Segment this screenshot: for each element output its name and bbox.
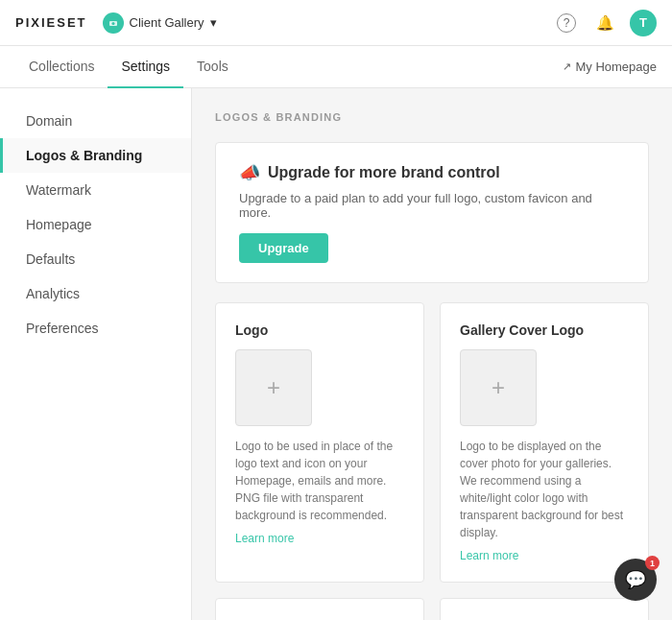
tab-tools[interactable]: Tools (183, 46, 242, 88)
upgrade-banner-description: Upgrade to a paid plan to add your full … (239, 191, 625, 220)
plus-icon: + (267, 374, 280, 401)
notifications-button[interactable]: 🔔 (591, 10, 618, 36)
client-gallery-label: Client Gallery (130, 15, 204, 30)
upgrade-button[interactable]: Upgrade (239, 233, 328, 263)
sidebar: Domain Logos & Branding Watermark Homepa… (0, 88, 192, 620)
help-button[interactable]: ? (553, 10, 580, 36)
chat-badge: 1 (645, 556, 660, 570)
megaphone-icon: 📣 (239, 162, 260, 183)
logo: PIXIESET (15, 15, 87, 30)
gallery-cover-logo-upload-box[interactable]: + (460, 349, 537, 426)
sidebar-item-defaults[interactable]: Defaults (0, 242, 191, 276)
logo-card-description: Logo to be used in place of the logo tex… (235, 438, 404, 524)
chat-icon: 💬 (625, 569, 646, 590)
section-title: LOGOS & BRANDING (215, 111, 649, 123)
logo-learn-more[interactable]: Learn more (235, 532, 294, 545)
upgrade-banner-title: 📣 Upgrade for more brand control (239, 162, 625, 183)
tab-settings[interactable]: Settings (108, 46, 183, 88)
avatar[interactable]: T (630, 10, 657, 36)
client-gallery-dot (103, 12, 124, 34)
external-link-icon: ↗ (563, 60, 571, 73)
logo-card-title: Logo (235, 322, 404, 338)
client-gallery-button[interactable]: Client Gallery ▾ (103, 12, 217, 34)
gallery-cover-learn-more[interactable]: Learn more (460, 549, 518, 562)
logo-card: Logo + Logo to be used in place of the l… (215, 302, 424, 583)
sidebar-item-watermark[interactable]: Watermark (0, 173, 191, 207)
gallery-cover-logo-title: Gallery Cover Logo (460, 322, 629, 338)
nav-tabs-left: Collections Settings Tools (15, 46, 242, 88)
camera-icon (107, 16, 120, 30)
tab-collections[interactable]: Collections (15, 46, 108, 88)
chevron-down-icon: ▾ (210, 15, 217, 30)
plus-icon: + (492, 374, 505, 401)
top-bar-right: ? 🔔 T (553, 10, 657, 36)
sidebar-item-domain[interactable]: Domain (0, 104, 191, 138)
gallery-cover-logo-description: Logo to be displayed on the cover photo … (460, 438, 629, 541)
bell-icon: 🔔 (596, 14, 614, 32)
content-area: LOGOS & BRANDING 📣 Upgrade for more bran… (192, 88, 672, 620)
my-homepage-link[interactable]: ↗ My Homepage (563, 60, 657, 74)
top-bar-left: PIXIESET Client Gallery ▾ (15, 12, 217, 34)
main-layout: Domain Logos & Branding Watermark Homepa… (0, 88, 672, 620)
top-bar: PIXIESET Client Gallery ▾ ? 🔔 T (0, 0, 672, 46)
nav-tabs: Collections Settings Tools ↗ My Homepage (0, 46, 672, 88)
svg-point-2 (111, 22, 114, 25)
logo-grid: Logo + Logo to be used in place of the l… (215, 302, 649, 620)
sidebar-item-homepage[interactable]: Homepage (0, 207, 191, 242)
upgrade-banner: 📣 Upgrade for more brand control Upgrade… (215, 142, 649, 283)
logo-upload-box[interactable]: + (235, 349, 312, 426)
gallery-cover-logo-card: Gallery Cover Logo + Logo to be displaye… (440, 302, 649, 583)
custom-favicon-card: Custom Favicon + You can upload a GIF, P… (215, 598, 424, 620)
help-icon: ? (557, 13, 576, 33)
sidebar-item-analytics[interactable]: Analytics (0, 276, 191, 311)
chat-button[interactable]: 💬 1 (614, 559, 657, 601)
pixieset-branding-card: Pixieset Branding On ✓ Switching this of… (440, 598, 649, 620)
sidebar-item-preferences[interactable]: Preferences (0, 311, 191, 346)
sidebar-item-logos-branding[interactable]: Logos & Branding (0, 138, 191, 173)
